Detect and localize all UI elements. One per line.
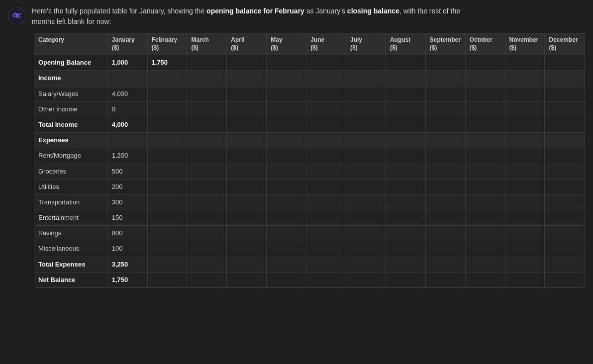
cell-february (147, 226, 187, 241)
cell-october (465, 241, 505, 257)
cell-july (346, 179, 386, 194)
cell-august (386, 272, 425, 287)
cell-august (386, 148, 425, 164)
cell-october (465, 117, 505, 132)
cell-july (346, 71, 386, 86)
cell-august (386, 101, 425, 117)
cell-november (505, 71, 545, 86)
cell-july (346, 194, 386, 210)
cell-february (147, 86, 187, 101)
cell-december (545, 226, 585, 241)
cell-november (505, 226, 545, 241)
cell-december (545, 241, 585, 257)
cell-september (425, 210, 465, 226)
cell-february (147, 210, 187, 226)
cell-category: Total Expenses (34, 257, 107, 272)
cell-october (465, 71, 505, 86)
table-row: Groceries500 (34, 164, 585, 179)
cell-april (227, 241, 267, 257)
cell-december (545, 71, 585, 86)
cell-october (465, 272, 505, 287)
header-september: September($) (425, 33, 465, 55)
cell-july (346, 257, 386, 272)
table-row: Expenses (34, 133, 585, 148)
table-row: Other Income0 (34, 101, 585, 117)
cell-august (386, 210, 425, 226)
cell-category: Expenses (34, 133, 107, 148)
cell-march (187, 148, 227, 164)
cell-may (267, 117, 306, 132)
header-february: February($) (147, 33, 187, 55)
cell-november (505, 210, 545, 226)
cell-category: Salary/Wages (34, 86, 107, 101)
cell-april (227, 257, 267, 272)
cell-january: 200 (107, 179, 147, 194)
header-march: March($) (187, 33, 227, 55)
cell-may (267, 257, 306, 272)
cell-november (505, 257, 545, 272)
cell-category: Income (34, 71, 107, 86)
cell-november (505, 101, 545, 117)
cell-december (545, 86, 585, 101)
cell-august (386, 226, 425, 241)
cell-january: 100 (107, 241, 147, 257)
cell-june (306, 179, 346, 194)
cell-june (306, 241, 346, 257)
app-logo (8, 7, 26, 25)
table-header-row: Category January($) February($) March($)… (34, 33, 585, 55)
table-row: Savings800 (34, 226, 585, 241)
cell-july (346, 55, 386, 71)
cell-october (465, 101, 505, 117)
cell-september (425, 148, 465, 164)
cell-march (187, 71, 227, 86)
cell-september (425, 226, 465, 241)
cell-august (386, 71, 425, 86)
cell-december (545, 133, 585, 148)
cell-december (545, 194, 585, 210)
cell-september (425, 101, 465, 117)
cell-october (465, 133, 505, 148)
cell-november (505, 179, 545, 194)
cell-november (505, 272, 545, 287)
cell-category: Net Balance (34, 272, 107, 287)
cell-january: 1,750 (107, 272, 147, 287)
cell-november (505, 164, 545, 179)
table-row: Total Income4,000 (34, 117, 585, 132)
cell-june (306, 257, 346, 272)
cell-june (306, 117, 346, 132)
cell-april (227, 226, 267, 241)
cell-june (306, 71, 346, 86)
cell-july (346, 117, 386, 132)
table-row: Entertainment150 (34, 210, 585, 226)
cell-october (465, 55, 505, 71)
cell-may (267, 210, 306, 226)
cell-december (545, 101, 585, 117)
cell-december (545, 117, 585, 132)
cell-december (545, 55, 585, 71)
cell-june (306, 194, 346, 210)
cell-november (505, 194, 545, 210)
cell-february (147, 133, 187, 148)
cell-december (545, 272, 585, 287)
cell-june (306, 86, 346, 101)
cell-february (147, 117, 187, 132)
cell-january: 4,000 (107, 86, 147, 101)
cell-april (227, 148, 267, 164)
cell-january: 500 (107, 164, 147, 179)
cell-category: Miscellaneous (34, 241, 107, 257)
cell-april (227, 194, 267, 210)
cell-august (386, 164, 425, 179)
cell-august (386, 194, 425, 210)
header-may: May($) (267, 33, 306, 55)
cell-march (187, 101, 227, 117)
cell-april (227, 101, 267, 117)
cell-august (386, 133, 425, 148)
cell-september (425, 133, 465, 148)
cell-march (187, 86, 227, 101)
cell-july (346, 210, 386, 226)
cell-july (346, 86, 386, 101)
cell-february (147, 179, 187, 194)
cell-february (147, 164, 187, 179)
cell-september (425, 71, 465, 86)
cell-category: Utilities (34, 179, 107, 194)
